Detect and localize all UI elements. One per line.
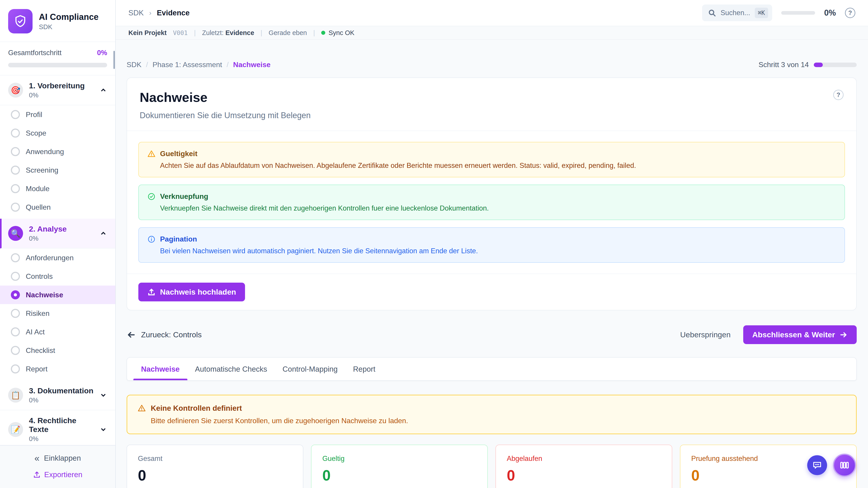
overall-progress-label: Gesamtfortschritt	[8, 49, 61, 57]
stat-gueltig: Gueltig 0	[311, 445, 488, 488]
header-progress-value: 0%	[824, 8, 836, 18]
sidebar-item-profil[interactable]: Profil	[0, 105, 115, 124]
sidebar: AI Compliance SDK Gesamtfortschritt 0% 🎯…	[0, 0, 116, 488]
crumb-current: Nachweise	[233, 61, 270, 69]
sidebar-item-controls[interactable]: Controls	[0, 267, 115, 286]
app-header: AI Compliance SDK	[0, 0, 115, 42]
upload-icon	[33, 471, 41, 479]
tab-report[interactable]: Report	[345, 358, 383, 380]
tab-automatische-checks[interactable]: Automatische Checks	[187, 358, 275, 380]
radio-icon	[11, 166, 20, 175]
back-link[interactable]: Zurueck: Controls	[127, 330, 202, 339]
app-logo	[8, 9, 33, 33]
sync-status: Sync OK	[321, 29, 354, 37]
infobox-title: Gueltigkeit	[160, 150, 197, 158]
breadcrumb-current: Evidence	[157, 8, 190, 17]
search-shortcut-badge: ⌘K	[755, 8, 768, 18]
main-area: SDK › Evidence Suchen... ⌘K 0% ? Kein Pr…	[116, 0, 868, 488]
tab-control-mapping[interactable]: Control-Mapping	[275, 358, 345, 380]
app-subtitle: SDK	[39, 23, 98, 31]
warning-title: Keine Kontrollen definiert	[151, 404, 242, 413]
upload-icon	[147, 288, 156, 296]
stat-label: Gueltig	[322, 455, 476, 463]
step-indicator: Schritt 3 von 14	[758, 61, 857, 69]
search-input[interactable]: Suchen... ⌘K	[702, 4, 772, 21]
sidebar-item-module[interactable]: Module	[0, 180, 115, 198]
check-circle-icon	[147, 193, 156, 201]
sidebar-section-dokumentation[interactable]: 📋 3. Dokumentation 0%	[0, 381, 115, 410]
warning-triangle-icon	[138, 404, 146, 412]
section-progress: 0%	[29, 235, 94, 242]
sidebar-section-analyse[interactable]: 🔍 2. Analyse 0%	[0, 219, 115, 249]
sidebar-footer: « Einklappen Exportieren	[0, 445, 115, 488]
radio-icon	[11, 272, 20, 281]
magnifier-icon: 🔍	[8, 226, 23, 241]
export-button[interactable]: Exportieren	[33, 470, 83, 479]
stat-gesamt: Gesamt 0	[127, 445, 303, 488]
radio-icon	[11, 253, 20, 262]
sidebar-item-anforderungen[interactable]: Anforderungen	[0, 249, 115, 267]
infobox-text: Verknuepfen Sie Nachweise direkt mit den…	[147, 204, 836, 213]
page-subtitle: Dokumentieren Sie die Umsetzung mit Bele…	[140, 111, 311, 120]
help-icon[interactable]: ?	[845, 8, 855, 18]
info-circle-icon	[147, 235, 156, 243]
crumb-sdk[interactable]: SDK	[127, 61, 142, 69]
app-title: AI Compliance	[39, 12, 98, 23]
sidebar-item-risiken[interactable]: Risiken	[0, 304, 115, 323]
sidebar-item-quellen[interactable]: Quellen	[0, 198, 115, 217]
warning-triangle-icon	[147, 150, 156, 158]
sidebar-item-screening[interactable]: Screening	[0, 161, 115, 180]
double-chevron-left-icon: «	[34, 454, 39, 463]
stat-label: Gesamt	[138, 455, 292, 463]
radio-icon	[11, 184, 20, 193]
search-placeholder: Suchen...	[721, 9, 750, 17]
sidebar-item-checklist[interactable]: Checklist	[0, 341, 115, 360]
sidebar-nav: 🎯 1. Vorbereitung 0% Profil Scope Anwend…	[0, 75, 115, 445]
infobox-title: Pagination	[160, 235, 197, 243]
infobox-title: Verknuepfung	[160, 192, 208, 201]
page-content: SDK / Phase 1: Assessment / Nachweise Sc…	[116, 40, 868, 488]
sidebar-item-report[interactable]: Report	[0, 360, 115, 378]
breadcrumb-root[interactable]: SDK	[128, 8, 144, 17]
sidebar-item-anwendung[interactable]: Anwendung	[0, 142, 115, 161]
top-header: SDK › Evidence Suchen... ⌘K 0% ?	[116, 0, 868, 26]
collapse-sidebar-button[interactable]: « Einklappen	[34, 454, 81, 463]
columns-icon	[839, 459, 850, 471]
sidebar-scrollbar[interactable]	[114, 51, 115, 69]
last-sync-time: Gerade eben	[269, 29, 307, 37]
complete-next-button[interactable]: Abschliessen & Weiter	[743, 325, 857, 344]
sidebar-section-vorbereitung[interactable]: 🎯 1. Vorbereitung 0%	[0, 75, 115, 105]
sidebar-section-rechtliche-texte[interactable]: 📝 4. Rechtliche Texte 0%	[0, 410, 115, 445]
step-progress-fill	[814, 63, 823, 67]
sidebar-item-ai-act[interactable]: AI Act	[0, 323, 115, 341]
tabs: Nachweise Automatische Checks Control-Ma…	[127, 357, 857, 381]
sidebar-item-scope[interactable]: Scope	[0, 124, 115, 142]
crumb-phase[interactable]: Phase 1: Assessment	[153, 61, 222, 69]
radio-icon	[11, 147, 20, 156]
tab-nachweise[interactable]: Nachweise	[133, 358, 187, 380]
radio-checked-icon	[11, 290, 20, 299]
chat-button[interactable]	[807, 455, 827, 475]
card-help-icon[interactable]: ?	[833, 90, 844, 100]
page-breadcrumb: SDK / Phase 1: Assessment / Nachweise	[127, 61, 271, 69]
radio-icon	[11, 110, 20, 119]
overall-progress: Gesamtfortschritt 0%	[0, 42, 115, 75]
arrow-right-icon	[839, 331, 848, 339]
skip-button[interactable]: Ueberspringen	[680, 330, 731, 339]
version-badge: V001	[173, 29, 188, 36]
title-card: Nachweise Dokumentieren Sie die Umsetzun…	[127, 77, 857, 311]
columns-panel-button[interactable]	[833, 454, 856, 477]
step-progress-bar	[814, 63, 857, 67]
clipboard-icon: 📋	[8, 388, 23, 402]
radio-icon	[11, 364, 20, 373]
last-value: Evidence	[225, 29, 254, 36]
radio-icon	[11, 129, 20, 138]
section-progress: 0%	[29, 396, 94, 404]
upload-evidence-button[interactable]: Nachweis hochladen	[138, 283, 245, 301]
no-controls-warning: Keine Kontrollen definiert Bitte definie…	[127, 395, 857, 434]
stat-label: Abgelaufen	[507, 455, 661, 463]
section-progress: 0%	[29, 92, 94, 99]
sidebar-item-nachweise[interactable]: Nachweise	[0, 286, 115, 304]
chevron-down-icon	[99, 391, 107, 399]
step-label: Schritt 3 von 14	[758, 61, 809, 69]
